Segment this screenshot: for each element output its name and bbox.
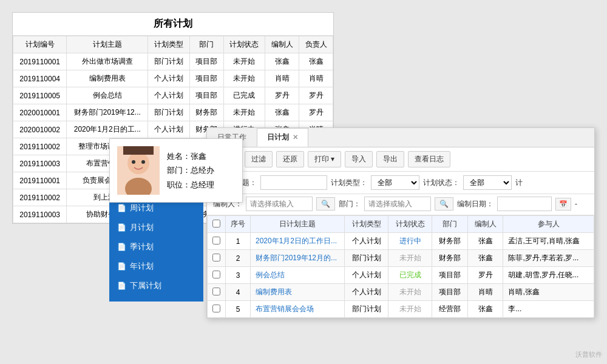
item-icon: 📄 — [117, 262, 126, 271]
toolbar: 新增过滤还原打印 ▾导入导出查看日志 — [207, 147, 594, 172]
filter-row-2: 编制人： 🔍 部门： 🔍 编制日期： 📅 - — [207, 194, 594, 215]
table-row[interactable]: 2019110005例会总结个人计划项目部已完成罗丹罗丹 — [13, 87, 333, 104]
user-card: 姓名：张鑫 部门：总经办 职位：总经理 — [109, 138, 243, 203]
col-header-5: 部门 — [432, 216, 468, 233]
user-name: 姓名：张鑫 — [167, 149, 214, 163]
sidebar-item-label: 下属计划 — [130, 280, 161, 291]
toolbar-btn-查看日志[interactable]: 查看日志 — [408, 151, 450, 167]
bg-col-部门: 部门 — [189, 36, 223, 53]
sidebar-item-季计划[interactable]: 📄季计划 — [109, 237, 203, 257]
calendar-icon[interactable]: 📅 — [555, 198, 571, 211]
toolbar-btn-导出[interactable]: 导出 — [376, 151, 404, 167]
subject-cell[interactable]: 财务部门2019年12月的... — [251, 250, 345, 267]
table-row[interactable]: 4编制费用表个人计划未开始项目部肖晴肖晴,张鑫 — [208, 284, 594, 301]
table-row[interactable]: 5布置营销展会会场部门计划未开始经营部张鑫李... — [208, 301, 594, 318]
item-icon: 📄 — [117, 281, 126, 290]
bg-col-计划编号: 计划编号 — [13, 36, 67, 53]
filter-row-1: 日计划主题： 计划类型： 全部 个人计划 部门计划 计划状态： 全部 未开始 进… — [207, 172, 594, 194]
table-row[interactable]: 2020010001财务部门2019年12...部门计划财务部未开始张鑫罗丹 — [13, 104, 333, 121]
row-checkbox[interactable] — [212, 305, 220, 312]
status-label: 计划状态： — [423, 178, 459, 188]
bg-col-计划主题: 计划主题 — [67, 36, 148, 53]
dept-label: 部门： — [339, 199, 361, 209]
col-header-1: 序号 — [226, 216, 251, 233]
toolbar-btn-还原[interactable]: 还原 — [276, 151, 304, 167]
more-label: 计 — [515, 178, 523, 188]
date-start-input[interactable] — [497, 197, 552, 211]
status-badge: 未开始 — [388, 301, 432, 318]
user-title: 职位：总经理 — [167, 178, 214, 192]
row-checkbox[interactable] — [212, 254, 220, 261]
sidebar-item-label: 周计划 — [130, 203, 154, 214]
dept-input[interactable] — [364, 197, 431, 211]
avatar — [117, 146, 160, 195]
tab-日计划[interactable]: 日计划✕ — [257, 128, 308, 147]
toolbar-btn-打印[interactable]: 打印 ▾ — [308, 151, 341, 167]
row-checkbox[interactable] — [212, 271, 220, 278]
subject-cell[interactable]: 例会总结 — [251, 267, 345, 284]
bg-col-计划类型: 计划类型 — [148, 36, 190, 53]
svg-point-4 — [141, 160, 145, 164]
status-badge: 已完成 — [388, 267, 432, 284]
close-icon[interactable]: ✕ — [293, 133, 298, 141]
table-row[interactable]: 2019110004编制费用表个人计划项目部未开始肖晴肖晴 — [13, 70, 333, 87]
watermark: 沃普软件 — [575, 350, 602, 359]
subject-cell[interactable]: 2020年1月2日的工作日... — [251, 233, 345, 250]
status-badge: 未开始 — [388, 250, 432, 267]
tabs-bar: 日常工作日计划✕ — [207, 128, 594, 147]
editor-search-btn[interactable]: 🔍 — [316, 197, 335, 211]
bg-col-编制人: 编制人 — [265, 36, 299, 53]
svg-point-1 — [127, 152, 149, 174]
svg-rect-5 — [123, 146, 154, 155]
item-icon: 📄 — [117, 223, 126, 232]
user-info: 姓名：张鑫 部门：总经办 职位：总经理 — [167, 149, 214, 192]
table-row[interactable]: 2财务部门2019年12月的...部门计划未开始财务部张鑫陈菲,罗丹,李若若,罗… — [208, 250, 594, 267]
type-select[interactable]: 全部 个人计划 部门计划 — [371, 175, 419, 190]
status-badge: 进行中 — [388, 233, 432, 250]
table-row[interactable]: 12020年1月2日的工作日...个人计划进行中财务部张鑫孟洁,王可可,肖晴,张… — [208, 233, 594, 250]
svg-point-3 — [132, 160, 135, 164]
data-table: 序号日计划主题计划类型计划状态部门编制人参与人 12020年1月2日的工作日..… — [207, 215, 594, 318]
col-header-3: 计划类型 — [345, 216, 388, 233]
date-label: 编制日期： — [457, 199, 493, 209]
date-separator: - — [575, 200, 577, 208]
col-header-4: 计划状态 — [388, 216, 432, 233]
item-icon: 📄 — [117, 243, 126, 251]
sidebar-item-label: 年计划 — [130, 261, 154, 272]
subject-input[interactable] — [260, 175, 327, 190]
col-header-0 — [208, 216, 226, 233]
editor-input[interactable] — [246, 197, 313, 211]
status-select[interactable]: 全部 未开始 进行中 已完成 — [463, 175, 512, 190]
bg-col-计划状态: 计划状态 — [223, 36, 265, 53]
item-icon: 📄 — [117, 204, 126, 212]
sidebar-item-下属计划[interactable]: 📄下属计划 — [109, 276, 203, 295]
toolbar-btn-导入[interactable]: 导入 — [345, 151, 373, 167]
select-all-checkbox[interactable] — [212, 220, 220, 228]
col-header-7: 参与人 — [503, 216, 594, 233]
status-badge: 未开始 — [388, 284, 432, 301]
table-row[interactable]: 2019110001外出做市场调查部门计划项目部未开始张鑫张鑫 — [13, 53, 333, 70]
col-header-6: 编制人 — [467, 216, 503, 233]
user-dept: 部门：总经办 — [167, 163, 214, 177]
table-row[interactable]: 3例会总结个人计划已完成项目部罗丹胡建,胡雪,罗丹,任晓... — [208, 267, 594, 284]
subject-cell[interactable]: 编制费用表 — [251, 284, 345, 301]
bg-panel-title: 所有计划 — [13, 13, 333, 36]
sidebar-item-月计划[interactable]: 📄月计划 — [109, 218, 203, 237]
tab-label: 日计划 — [267, 133, 289, 141]
sidebar-item-label: 月计划 — [130, 222, 154, 233]
col-header-2: 日计划主题 — [251, 216, 345, 233]
dept-search-btn[interactable]: 🔍 — [435, 197, 453, 211]
main-panel: 日常工作日计划✕ 新增过滤还原打印 ▾导入导出查看日志 日计划主题： 计划类型：… — [206, 127, 595, 318]
sidebar-item-label: 季计划 — [130, 241, 154, 252]
row-checkbox[interactable] — [212, 237, 220, 244]
toolbar-btn-过滤[interactable]: 过滤 — [245, 151, 273, 167]
subject-cell[interactable]: 布置营销展会会场 — [251, 301, 345, 318]
bg-col-负责人: 负责人 — [299, 36, 333, 53]
type-label: 计划类型： — [331, 178, 367, 188]
sidebar-item-年计划[interactable]: 📄年计划 — [109, 257, 203, 276]
row-checkbox[interactable] — [212, 288, 220, 295]
